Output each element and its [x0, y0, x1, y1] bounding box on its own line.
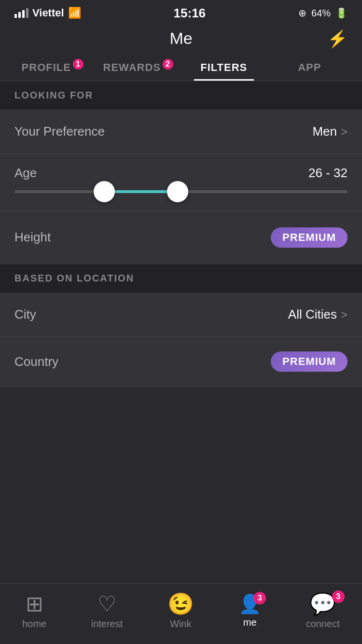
content-area: LOOKING FOR Your Preference Men > Age 26…	[0, 81, 362, 445]
city-value: All Cities	[288, 307, 337, 322]
connect-badge: 3	[332, 590, 345, 603]
nav-connect[interactable]: 💬 3 connect	[306, 593, 340, 630]
tab-app[interactable]: APP	[267, 53, 353, 81]
me-badge: 3	[253, 592, 266, 604]
age-row: Age 26 - 32	[14, 166, 348, 181]
flash-icon[interactable]: ⚡	[327, 29, 348, 48]
rewards-badge: 2	[163, 59, 173, 70]
looking-for-header: LOOKING FOR	[0, 81, 362, 110]
nav-me-label: me	[243, 617, 257, 628]
profile-badge: 1	[73, 59, 84, 70]
bottom-nav: ⊞ home ♡ interest 😉 Wink 👤 3 me 💬 3 conn…	[0, 583, 362, 644]
age-section: Age 26 - 32	[0, 154, 362, 211]
nav-interest-label: interest	[91, 618, 123, 630]
country-row[interactable]: Country PREMIUM	[0, 337, 362, 387]
nav-home[interactable]: ⊞ home	[22, 593, 46, 630]
tabs: PROFILE1 REWARDS2 FILTERS APP	[0, 53, 362, 81]
status-time: 15:16	[174, 6, 206, 21]
height-premium-badge[interactable]: PREMIUM	[271, 227, 348, 248]
tab-profile[interactable]: PROFILE1	[10, 53, 96, 81]
status-left: Viettel 📶	[14, 7, 81, 19]
nav-me[interactable]: 👤 3 me	[238, 595, 261, 628]
height-label: Height	[14, 230, 51, 245]
wifi-icon: 📶	[68, 7, 81, 19]
header: Me ⚡	[0, 24, 362, 53]
city-value-group: All Cities >	[288, 307, 348, 322]
location-icon: ⊕	[298, 7, 306, 19]
nav-wink[interactable]: 😉 Wink	[167, 593, 194, 630]
city-chevron-icon: >	[341, 308, 348, 322]
tab-filters[interactable]: FILTERS	[181, 53, 267, 81]
signal-bars-icon	[14, 8, 28, 18]
age-slider-thumb-right[interactable]	[167, 181, 188, 202]
age-slider-track[interactable]	[14, 190, 348, 193]
home-icon: ⊞	[26, 593, 43, 615]
country-label: Country	[14, 354, 58, 369]
city-row[interactable]: City All Cities >	[0, 293, 362, 337]
status-bar: Viettel 📶 15:16 ⊕ 64% 🔋	[0, 0, 362, 24]
tab-rewards[interactable]: REWARDS2	[96, 53, 181, 81]
preference-value-group: Men >	[312, 124, 348, 139]
age-label: Age	[14, 166, 37, 181]
city-label: City	[14, 307, 36, 322]
wink-icon: 😉	[167, 593, 194, 615]
age-slider-thumb-left[interactable]	[94, 181, 115, 202]
height-row[interactable]: Height PREMIUM	[0, 211, 362, 264]
page-title: Me	[169, 29, 192, 48]
nav-connect-label: connect	[306, 618, 340, 630]
preference-row[interactable]: Your Preference Men >	[0, 110, 362, 154]
nav-interest[interactable]: ♡ interest	[91, 593, 123, 630]
status-right: ⊕ 64% 🔋	[298, 7, 348, 19]
interest-icon: ♡	[97, 593, 116, 615]
preference-label: Your Preference	[14, 124, 105, 139]
preference-chevron-icon: >	[341, 125, 348, 139]
battery-icon: 🔋	[335, 7, 348, 19]
country-premium-badge[interactable]: PREMIUM	[271, 351, 348, 372]
location-header: BASED ON LOCATION	[0, 264, 362, 293]
age-value: 26 - 32	[308, 166, 348, 181]
preference-value: Men	[312, 124, 337, 139]
nav-wink-label: Wink	[170, 618, 191, 630]
nav-home-label: home	[22, 618, 46, 630]
battery-percent: 64%	[311, 8, 331, 19]
carrier-name: Viettel	[32, 7, 64, 19]
